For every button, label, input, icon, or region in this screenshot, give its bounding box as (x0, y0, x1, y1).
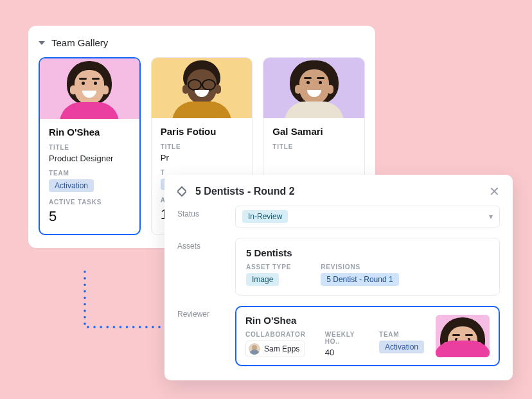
reviewer-photo (436, 315, 490, 357)
task-detail-panel: 5 Dentists - Round 2 ✕ Status In-Review … (164, 175, 513, 380)
prev-next-chevrons[interactable] (177, 186, 186, 197)
gallery-header: Team Gallery (39, 37, 365, 48)
chevron-down-icon[interactable] (177, 191, 186, 197)
avatar-icon (249, 343, 260, 355)
status-select[interactable]: In-Review ▾ (235, 206, 500, 227)
label-title: TITLE (272, 143, 355, 150)
team-pill: Activation (49, 179, 94, 192)
label-reviewer: Reviewer (177, 306, 235, 319)
team-pill: Activation (379, 341, 424, 353)
member-name: Paris Fotiou (161, 126, 244, 137)
revision-pill: 5 Dentist - Round 1 (321, 273, 398, 286)
task-title: 5 Dentists - Round 2 (195, 186, 480, 197)
collaborator-chip[interactable]: Sam Epps (245, 341, 305, 357)
chevron-down-icon: ▾ (489, 212, 493, 221)
label-weekly-hours: WEEKLY HO.. (325, 331, 360, 345)
asset-name: 5 Dentists (246, 247, 489, 258)
member-photo (40, 58, 139, 119)
reviewer-name: Rin O'Shea (245, 315, 424, 326)
member-title: Pr (161, 153, 244, 163)
asset-type-pill: Image (246, 273, 279, 286)
active-tasks-count: 5 (49, 208, 130, 225)
status-pill: In-Review (242, 210, 288, 223)
label-active-tasks: ACTIVE TASKS (49, 199, 130, 206)
gallery-title: Team Gallery (51, 37, 108, 48)
chevron-up-icon[interactable] (177, 186, 186, 191)
team-card[interactable]: Rin O'Shea TITLE Product Designer TEAM A… (39, 57, 141, 235)
label-team: TEAM (379, 331, 424, 338)
asset-card[interactable]: 5 Dentists ASSET TYPE Image REVISIONS 5 … (235, 238, 500, 296)
member-title: Product Designer (49, 154, 130, 163)
reviewer-card[interactable]: Rin O'Shea COLLABORATOR Sam Epps WEEKLY … (235, 306, 500, 366)
member-name: Rin O'Shea (49, 127, 130, 137)
member-photo (263, 58, 364, 118)
label-title: TITLE (161, 143, 244, 150)
label-team: TEAM (49, 170, 130, 177)
weekly-hours: 40 (325, 348, 360, 357)
member-name: Gal Samari (272, 126, 355, 137)
label-status: Status (177, 206, 235, 218)
label-asset-type: ASSET TYPE (246, 263, 291, 270)
label-revisions: REVISIONS (321, 263, 398, 270)
close-icon[interactable]: ✕ (489, 185, 500, 198)
member-photo (152, 58, 253, 118)
label-title: TITLE (49, 144, 130, 151)
label-collaborator: COLLABORATOR (245, 331, 306, 338)
label-assets: Assets (177, 238, 235, 251)
collaborator-name: Sam Epps (264, 344, 299, 353)
disclosure-triangle-icon[interactable] (39, 41, 45, 45)
